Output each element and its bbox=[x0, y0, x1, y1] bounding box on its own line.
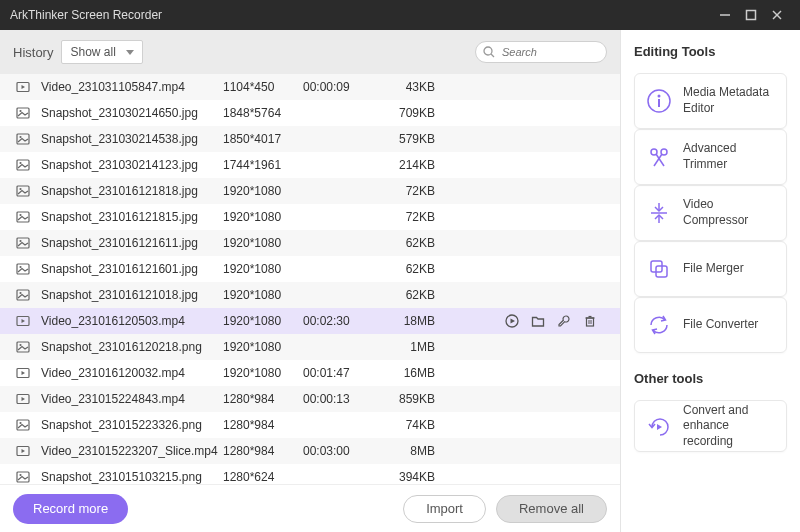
file-row[interactable]: Snapshot_231015103215.png1280*624394KB bbox=[0, 464, 620, 484]
image-icon bbox=[13, 340, 33, 354]
wrench-icon[interactable] bbox=[557, 314, 571, 328]
file-row[interactable]: Video_231031105847.mp41104*45000:00:0943… bbox=[0, 74, 620, 100]
file-size: 214KB bbox=[373, 158, 435, 172]
app-title: ArkThinker Screen Recorder bbox=[10, 8, 712, 22]
file-row[interactable]: Snapshot_231016120218.png1920*10801MB bbox=[0, 334, 620, 360]
image-icon bbox=[13, 470, 33, 484]
trash-icon[interactable] bbox=[583, 314, 597, 328]
file-name: Snapshot_231030214123.jpg bbox=[33, 158, 223, 172]
tool-label: Video Compressor bbox=[683, 197, 776, 228]
merge-icon bbox=[645, 255, 673, 283]
file-size: 72KB bbox=[373, 210, 435, 224]
file-row[interactable]: Snapshot_231016121611.jpg1920*108062KB bbox=[0, 230, 620, 256]
file-size: 394KB bbox=[373, 470, 435, 484]
file-resolution: 1920*1080 bbox=[223, 184, 303, 198]
svg-point-19 bbox=[19, 240, 21, 242]
file-duration: 00:01:47 bbox=[303, 366, 373, 380]
file-size: 72KB bbox=[373, 184, 435, 198]
tool-label: File Converter bbox=[683, 317, 758, 333]
search-container bbox=[475, 41, 607, 63]
tool-card[interactable]: Video Compressor bbox=[634, 185, 787, 241]
filter-dropdown[interactable]: Show all bbox=[61, 40, 142, 64]
file-row[interactable]: Video_231015224843.mp41280*98400:00:1385… bbox=[0, 386, 620, 412]
file-row[interactable]: Snapshot_231016121018.jpg1920*108062KB bbox=[0, 282, 620, 308]
svg-marker-36 bbox=[22, 371, 26, 375]
file-resolution: 1848*5764 bbox=[223, 106, 303, 120]
file-resolution: 1280*984 bbox=[223, 444, 303, 458]
file-size: 62KB bbox=[373, 262, 435, 276]
file-name: Snapshot_231016121601.jpg bbox=[33, 262, 223, 276]
file-duration: 00:00:09 bbox=[303, 80, 373, 94]
file-row[interactable]: Snapshot_231016121601.jpg1920*108062KB bbox=[0, 256, 620, 282]
titlebar: ArkThinker Screen Recorder bbox=[0, 0, 800, 30]
file-size: 74KB bbox=[373, 418, 435, 432]
svg-marker-7 bbox=[22, 85, 26, 89]
svg-point-17 bbox=[19, 214, 21, 216]
tool-label: File Merger bbox=[683, 261, 744, 277]
file-size: 43KB bbox=[373, 80, 435, 94]
tool-card[interactable]: File Converter bbox=[634, 297, 787, 353]
file-duration: 00:02:30 bbox=[303, 314, 373, 328]
file-row[interactable]: Video_231016120503.mp41920*108000:02:301… bbox=[0, 308, 620, 334]
file-size: 62KB bbox=[373, 288, 435, 302]
svg-point-34 bbox=[19, 344, 21, 346]
filter-label: Show all bbox=[70, 45, 115, 59]
compress-icon bbox=[645, 199, 673, 227]
tool-label: Convert and enhance recording bbox=[683, 403, 776, 450]
svg-rect-47 bbox=[658, 99, 660, 107]
file-row[interactable]: Snapshot_231030214650.jpg1848*5764709KB bbox=[0, 100, 620, 126]
file-actions bbox=[435, 314, 607, 328]
file-row[interactable]: Snapshot_231016121818.jpg1920*108072KB bbox=[0, 178, 620, 204]
minimize-icon[interactable] bbox=[712, 0, 738, 30]
file-name: Snapshot_231016121018.jpg bbox=[33, 288, 223, 302]
close-icon[interactable] bbox=[764, 0, 790, 30]
file-row[interactable]: Video_231016120032.mp41920*108000:01:471… bbox=[0, 360, 620, 386]
svg-point-46 bbox=[658, 95, 661, 98]
right-panel: Editing Tools Media Metadata EditorAdvan… bbox=[620, 30, 800, 532]
video-icon bbox=[13, 392, 33, 406]
svg-rect-1 bbox=[747, 11, 756, 20]
file-row[interactable]: Video_231015223207_Slice.mp41280*98400:0… bbox=[0, 438, 620, 464]
tool-card[interactable]: Media Metadata Editor bbox=[634, 73, 787, 129]
file-size: 8MB bbox=[373, 444, 435, 458]
svg-line-5 bbox=[491, 54, 494, 57]
file-row[interactable]: Snapshot_231016121815.jpg1920*108072KB bbox=[0, 204, 620, 230]
file-size: 579KB bbox=[373, 132, 435, 146]
file-size: 709KB bbox=[373, 106, 435, 120]
tool-card[interactable]: File Merger bbox=[634, 241, 787, 297]
image-icon bbox=[13, 158, 33, 172]
video-icon bbox=[13, 444, 33, 458]
file-resolution: 1920*1080 bbox=[223, 210, 303, 224]
svg-point-21 bbox=[19, 266, 21, 268]
file-row[interactable]: Snapshot_231015223326.png1280*98474KB bbox=[0, 412, 620, 438]
file-size: 16MB bbox=[373, 366, 435, 380]
svg-marker-57 bbox=[657, 424, 662, 430]
svg-marker-38 bbox=[22, 397, 26, 401]
folder-icon[interactable] bbox=[531, 314, 545, 328]
remove-all-button[interactable]: Remove all bbox=[496, 495, 607, 523]
svg-marker-27 bbox=[511, 319, 516, 324]
file-row[interactable]: Snapshot_231030214123.jpg1744*1961214KB bbox=[0, 152, 620, 178]
svg-rect-28 bbox=[587, 318, 594, 326]
file-list[interactable]: Video_231031105847.mp41104*45000:00:0943… bbox=[0, 74, 620, 484]
record-more-button[interactable]: Record more bbox=[13, 494, 128, 524]
file-row[interactable]: Snapshot_231030214538.jpg1850*4017579KB bbox=[0, 126, 620, 152]
file-name: Video_231015224843.mp4 bbox=[33, 392, 223, 406]
left-panel: History Show all Video_231031105847.mp41… bbox=[0, 30, 620, 532]
tool-card[interactable]: Convert and enhance recording bbox=[634, 400, 787, 452]
file-resolution: 1920*1080 bbox=[223, 262, 303, 276]
tool-label: Advanced Trimmer bbox=[683, 141, 776, 172]
tool-card[interactable]: Advanced Trimmer bbox=[634, 129, 787, 185]
image-icon bbox=[13, 132, 33, 146]
svg-point-40 bbox=[19, 422, 21, 424]
image-icon bbox=[13, 418, 33, 432]
info-icon bbox=[645, 87, 673, 115]
import-button[interactable]: Import bbox=[403, 495, 486, 523]
file-name: Snapshot_231015103215.png bbox=[33, 470, 223, 484]
file-size: 859KB bbox=[373, 392, 435, 406]
maximize-icon[interactable] bbox=[738, 0, 764, 30]
svg-point-9 bbox=[19, 110, 21, 112]
file-resolution: 1104*450 bbox=[223, 80, 303, 94]
file-name: Snapshot_231016120218.png bbox=[33, 340, 223, 354]
play-icon[interactable] bbox=[505, 314, 519, 328]
